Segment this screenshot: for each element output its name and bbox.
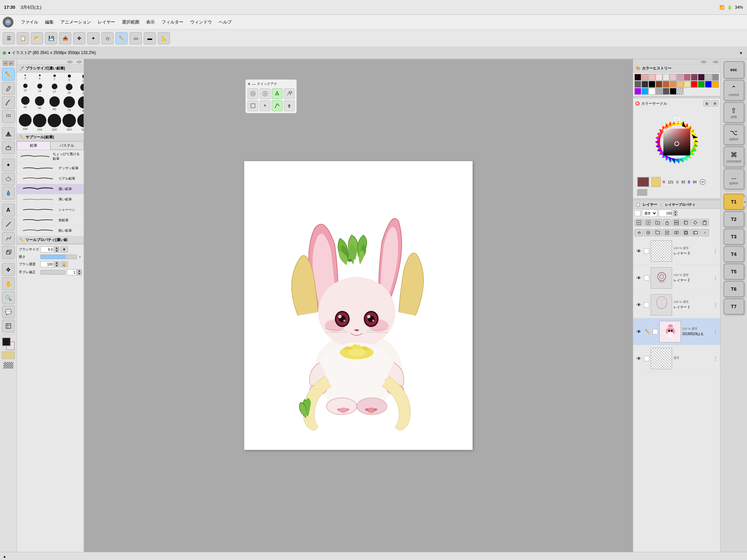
t6-button[interactable]: T6 (723, 281, 744, 297)
menu-item-レイヤー[interactable]: レイヤー (94, 18, 119, 27)
color-swatch-10[interactable] (705, 74, 712, 81)
tool-3d[interactable] (2, 246, 15, 259)
toolbar-file-btn[interactable]: 📋 (17, 32, 29, 44)
color-swatch-pattern[interactable] (677, 88, 684, 95)
panel-toggle-right[interactable]: ▷ (9, 60, 14, 66)
lt-remove[interactable]: ✕ (700, 229, 709, 236)
toolbar-menu-btn[interactable]: ☰ (3, 32, 15, 44)
menu-item-ファイル[interactable]: ファイル (18, 18, 42, 27)
tool-bubble[interactable]: 💬 (2, 305, 15, 318)
menu-item-フィルター[interactable]: フィルター (158, 18, 187, 27)
brush-size-15[interactable]: 15 (33, 84, 46, 95)
tool-text[interactable]: A (2, 204, 15, 217)
color-swatch-29[interactable] (670, 88, 676, 95)
color-swatch-28[interactable] (663, 88, 669, 95)
layer-check-1[interactable] (644, 275, 649, 281)
control-key-btn[interactable]: ⌃ control (723, 80, 744, 101)
layer-item-2[interactable]: 👁 100 % 通常 レイヤー 1 ⋮ (633, 291, 720, 318)
brush-size-12[interactable]: 12 (19, 84, 31, 95)
layer-more-4[interactable]: ⋮ (713, 356, 718, 361)
hardness-expand[interactable]: › (78, 255, 82, 259)
color-swatch-1[interactable] (642, 74, 648, 81)
color-swatch-26[interactable] (649, 88, 655, 95)
subtool-item-3[interactable]: 濃い鉛筆 (17, 184, 84, 194)
brush-size-7[interactable]: 7 (48, 75, 61, 82)
brush-size-8[interactable]: 8 (62, 75, 76, 82)
brush-size-30[interactable]: 30 (77, 84, 84, 95)
t3-button[interactable]: T3 (723, 229, 744, 245)
color-swatch-11[interactable] (712, 74, 719, 81)
menu-item-編集[interactable]: 編集 (42, 18, 57, 27)
brush-size-down[interactable]: ▼ (54, 249, 59, 252)
stabilizer-slider[interactable] (40, 270, 66, 275)
stabilizer-down[interactable]: ▼ (77, 272, 82, 275)
brush-size-expand[interactable]: ▼ (60, 246, 68, 252)
subtool-item-2[interactable]: リアル鉛筆 (17, 174, 84, 184)
color-swatch-21[interactable] (698, 81, 705, 88)
color-swatch-9[interactable] (698, 74, 705, 81)
canvas-bg[interactable] (244, 161, 472, 450)
brush-size-200[interactable]: 200 (48, 114, 61, 131)
quick-access-close[interactable]: ✕ (248, 82, 251, 86)
color-swatch-15[interactable] (655, 81, 662, 88)
subtool-item-5[interactable]: シャーペン (17, 205, 84, 215)
tab-close-btn[interactable]: ▼ (738, 50, 744, 56)
tool-props-header[interactable]: ✏️ ツールプロパティ[濃い鉛 (17, 236, 84, 244)
brush-size-500[interactable]: 500 (77, 114, 84, 131)
lt-mask-apply[interactable] (672, 229, 681, 236)
layer-opacity-input[interactable] (659, 210, 672, 217)
tool-move[interactable]: ✥ (2, 263, 15, 276)
color-swatch-27[interactable] (655, 88, 662, 95)
lt-lock[interactable] (663, 219, 671, 226)
opacity-up[interactable]: ▲ (673, 210, 677, 213)
brush-size-input[interactable] (40, 246, 54, 252)
lt-reference[interactable] (644, 229, 653, 236)
tool-star[interactable]: ✦ (2, 158, 15, 171)
layer-more-3[interactable]: ⋮ (713, 329, 718, 335)
brush-size-17[interactable]: 17 (48, 84, 61, 95)
tool-line[interactable] (2, 218, 15, 231)
subtool-item-4[interactable]: 薄い鉛筆 (17, 194, 84, 205)
qa-icon-1[interactable] (248, 88, 258, 99)
brush-size-50[interactable]: 50 (33, 96, 46, 112)
layer-eye-0[interactable]: 👁 (635, 247, 643, 255)
tool-frame[interactable] (2, 320, 15, 332)
qa-icon-7[interactable] (272, 100, 282, 111)
lt-clip[interactable] (663, 229, 671, 236)
scroll-right2-btn[interactable]: ▷ (80, 60, 82, 63)
brush-size-3[interactable]: 3 (19, 75, 31, 82)
layer-check-4[interactable] (644, 356, 649, 361)
subtool-panel-header[interactable]: ✏️ サブツール[鉛筆] (17, 133, 84, 141)
subtool-item-6[interactable]: 色鉛筆 (17, 215, 84, 225)
lt-transform[interactable]: ⟲ (635, 229, 643, 236)
layer-eye-1[interactable]: 👁 (635, 274, 643, 282)
color-wheel-settings-btn[interactable]: ⚙ (712, 100, 718, 106)
secondary-color-swatch[interactable] (2, 351, 15, 359)
brush-size-70[interactable]: 70 (62, 96, 76, 112)
hardness-slider[interactable] (40, 255, 77, 259)
tool-eraser[interactable] (2, 141, 15, 154)
color-swatch-25[interactable] (642, 88, 648, 95)
lt-add-layer[interactable] (691, 229, 700, 236)
density-up[interactable]: ▲ (54, 261, 59, 264)
color-swatch-23[interactable] (712, 81, 719, 88)
toolbar-open-btn[interactable]: 📂 (31, 32, 43, 44)
color-swatch-16[interactable] (663, 81, 669, 88)
qa-icon-2[interactable] (260, 88, 271, 99)
layer-check-2[interactable] (644, 302, 649, 308)
tool-brush[interactable] (2, 96, 15, 109)
color-history-header[interactable]: 🎨 カラーヒストリー (633, 64, 720, 73)
toolbar-pen-btn[interactable]: ✏️ (115, 32, 128, 44)
layer-item-4[interactable]: 👁 通常 ⋮ (633, 345, 720, 372)
density-down[interactable]: ▼ (54, 264, 59, 267)
rp-scroll-left2[interactable]: ◁ (713, 60, 716, 63)
brush-size-150[interactable]: 150 (33, 114, 46, 131)
lt-copy[interactable] (681, 219, 690, 226)
toolbar-ruler-btn[interactable]: 📐 (158, 32, 170, 44)
brush-size-panel-header[interactable]: 🖌️ ブラシサイズ[濃い鉛筆] (17, 64, 84, 73)
scroll-left-btn[interactable]: ◁ (67, 60, 70, 63)
brush-size-40[interactable]: 40 (19, 96, 31, 112)
tool-lasso[interactable] (2, 172, 15, 185)
current-color-box[interactable] (637, 177, 649, 187)
brush-size-60[interactable]: 60 (48, 96, 61, 112)
